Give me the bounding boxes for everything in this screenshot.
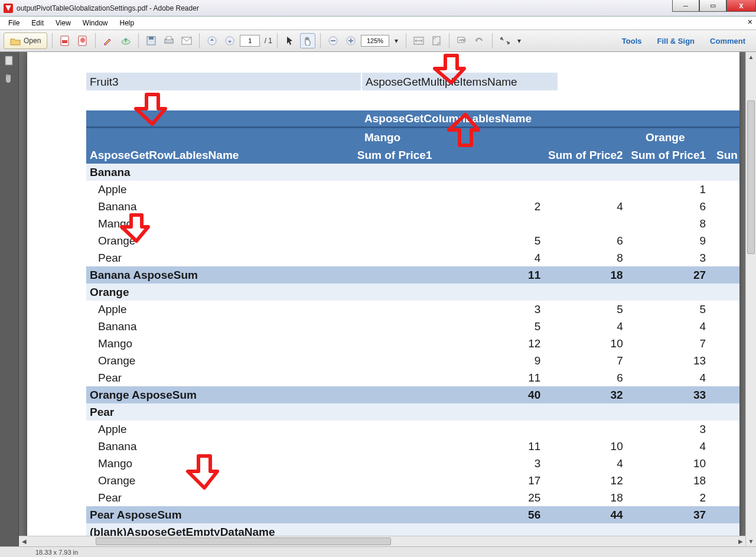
read-mode-dropdown[interactable]: ▾	[515, 33, 523, 48]
toolbar: Open / 1 ▾ ABC ▾ Tools Fill & Sign Comme…	[0, 30, 756, 52]
zoom-dropdown-button[interactable]: ▾	[392, 33, 401, 48]
menu-bar: File Edit View Window Help ×	[0, 17, 756, 30]
folder-open-icon	[10, 37, 21, 45]
fit-page-button[interactable]	[429, 33, 444, 48]
cell-value: 8	[628, 218, 711, 229]
menu-edit[interactable]: Edit	[25, 18, 50, 28]
save-icon	[146, 36, 156, 45]
row-label: Pear	[86, 252, 354, 263]
print-button[interactable]	[161, 33, 177, 48]
hdr-sum-price1-mango: Sum of Price1	[354, 149, 546, 161]
envelope-icon	[181, 37, 192, 45]
svg-rect-5	[149, 37, 154, 40]
send-cloud-button[interactable]	[118, 33, 133, 48]
pencil-icon	[103, 35, 113, 46]
scroll-down-icon[interactable]: ▼	[746, 536, 756, 546]
table-row: Apple3	[86, 421, 739, 438]
row-label: Orange	[86, 355, 354, 366]
pdf-logo-icon	[4, 4, 13, 13]
cell-value: 5	[354, 235, 545, 246]
find-button[interactable]: ABC	[454, 33, 470, 48]
scroll-left-icon[interactable]: ◀	[19, 536, 29, 546]
undo-button[interactable]	[472, 33, 487, 48]
close-button[interactable]: X	[726, 0, 756, 12]
status-bar: 18.33 x 7.93 in	[0, 546, 756, 557]
horizontal-scrollbar[interactable]: ◀ ▶	[19, 536, 745, 546]
zoom-input[interactable]	[361, 35, 389, 47]
document-viewport[interactable]: Fruit3 AsposeGetMultipleItemsName Aspose…	[19, 52, 756, 546]
minimize-button[interactable]: ─	[672, 0, 699, 12]
annotation-arrow-icon	[449, 111, 482, 150]
table-row: Mango3410	[86, 455, 739, 472]
fit-width-button[interactable]	[411, 33, 426, 48]
pivot-body: BananaApple1Banana246Mango8Orange569Pear…	[86, 164, 739, 546]
cell-value: 4	[628, 441, 711, 452]
cell-value: 37	[628, 509, 711, 520]
create-pdf-button[interactable]	[57, 33, 73, 48]
cell-value: 17	[354, 475, 545, 486]
row-labels-name: AsposeGetRowLablesName	[86, 149, 354, 161]
filter-field-label: Fruit3	[86, 73, 361, 90]
scroll-thumb[interactable]	[747, 100, 755, 254]
maximize-button[interactable]: ▭	[699, 0, 726, 12]
fit-width-icon	[413, 37, 424, 45]
convert-pdf-button[interactable]	[75, 33, 90, 48]
menu-window[interactable]: Window	[77, 18, 114, 28]
page-icon	[4, 56, 14, 66]
printer-icon	[164, 36, 174, 45]
cell-value: 9	[354, 355, 545, 366]
title-bar: outputPivotTableGlobalizationSettings.pd…	[0, 0, 756, 17]
open-button[interactable]: Open	[4, 32, 47, 49]
menu-view[interactable]: View	[50, 18, 77, 28]
cell-value: 12	[545, 475, 627, 486]
table-row: Banana AsposeSum111827	[86, 266, 739, 284]
cell-value: 5	[354, 321, 545, 332]
zoom-in-button[interactable]	[343, 33, 359, 48]
row-label: Banana	[86, 167, 354, 178]
attachments-panel-button[interactable]	[4, 73, 15, 85]
cell-value: 4	[545, 321, 627, 332]
annotation-arrow-icon	[435, 53, 468, 87]
email-button[interactable]	[179, 33, 194, 48]
arrow-up-icon	[207, 36, 217, 45]
find-icon: ABC	[457, 36, 467, 45]
scroll-up-icon[interactable]: ▲	[746, 52, 756, 62]
open-label: Open	[24, 37, 41, 45]
menubar-close-icon[interactable]: ×	[748, 17, 752, 27]
thumbnails-panel-button[interactable]	[4, 56, 15, 67]
select-tool-button[interactable]	[282, 33, 298, 48]
comment-panel-button[interactable]: Comment	[703, 34, 752, 48]
scroll-right-icon[interactable]: ▶	[735, 536, 745, 546]
vertical-scrollbar[interactable]: ▲ ▼	[745, 52, 756, 546]
cell-value: 11	[354, 441, 545, 452]
cell-value: 6	[628, 201, 711, 212]
hand-icon	[303, 36, 312, 45]
row-label: Apple	[86, 184, 354, 195]
cell-value: 40	[354, 389, 545, 400]
zoom-out-button[interactable]	[325, 33, 341, 48]
cursor-icon	[286, 36, 294, 45]
page-current-input[interactable]	[240, 35, 260, 47]
svg-text:ABC: ABC	[459, 38, 467, 42]
tools-panel-button[interactable]: Tools	[615, 34, 649, 48]
cell-value: 11	[354, 269, 545, 281]
plus-circle-icon	[346, 36, 356, 45]
menu-help[interactable]: Help	[114, 18, 141, 28]
page-up-button[interactable]	[204, 33, 220, 48]
read-mode-button[interactable]	[497, 33, 513, 48]
undo-icon	[475, 37, 484, 45]
sign-button[interactable]	[100, 33, 116, 48]
table-row: Orange AsposeSum403233	[86, 386, 739, 403]
menu-file[interactable]: File	[2, 18, 25, 28]
page-down-button[interactable]	[222, 33, 237, 48]
fill-sign-panel-button[interactable]: Fill & Sign	[650, 34, 702, 48]
scroll-thumb[interactable]	[96, 538, 391, 545]
cell-value: 5	[628, 304, 711, 315]
pdf-icon	[60, 35, 70, 46]
hand-tool-button[interactable]	[300, 33, 315, 48]
svg-rect-1	[62, 40, 67, 43]
save-button[interactable]	[144, 33, 159, 48]
cell-value: 18	[628, 475, 711, 486]
row-label: Orange AsposeSum	[86, 389, 354, 400]
column-labels-name: AsposeGetColumnLablesName	[361, 113, 532, 124]
